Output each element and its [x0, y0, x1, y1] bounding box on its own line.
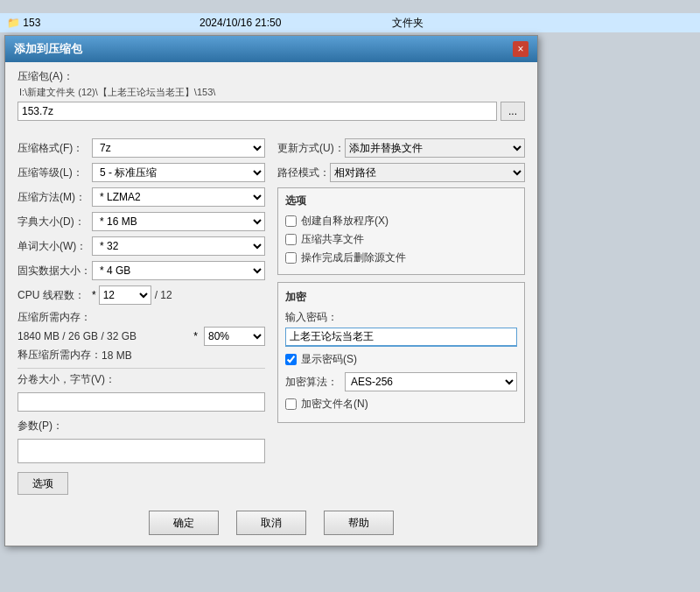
sfx-label[interactable]: 创建自释放程序(X): [301, 214, 388, 229]
split-input-row: [18, 392, 265, 412]
mem-label: 压缩所需内存：: [18, 310, 265, 325]
show-password-row: 显示密码(S): [285, 352, 517, 367]
word-label: 单词大小(W)：: [18, 239, 92, 254]
dict-label: 字典大小(D)：: [18, 215, 92, 229]
path-row: 路径模式： 相对路径 完整路径 无路径: [277, 163, 525, 182]
checkbox2-row: 压缩共享文件: [285, 232, 517, 247]
param-input-row: [18, 439, 265, 463]
param-input[interactable]: [18, 439, 265, 463]
algo-select[interactable]: AES-256: [345, 372, 517, 391]
type-col: 文件夹: [392, 16, 480, 31]
date-col: 2024/10/16 21:50: [200, 17, 287, 29]
encrypt-title: 加密: [285, 290, 517, 305]
archive-path: I:\新建文件夹 (12)\【上老王论坛当老王】\153\: [19, 86, 525, 99]
show-password-checkbox[interactable]: [285, 354, 297, 365]
mem-select[interactable]: 80% 50% 60% 90%: [204, 327, 265, 346]
dialog-title-text: 添加到压缩包: [14, 41, 82, 57]
param-row: 参数(P)：: [18, 417, 265, 433]
format-select[interactable]: 7z zip tar: [92, 138, 265, 158]
browse-button[interactable]: ...: [500, 102, 525, 121]
file-manager-row: 📁 153 2024/10/16 21:50 文件夹: [0, 13, 700, 32]
cpu-select[interactable]: 12 1 2 4 8: [99, 285, 151, 305]
update-row: 更新方式(U)： 添加并替换文件 添加并更新文件 仅更新已有文件: [277, 138, 525, 158]
dict-row: 字典大小(D)： * 16 MB 1 MB 4 MB 32 MB: [18, 212, 265, 231]
sfx-checkbox[interactable]: [285, 215, 297, 227]
path-select[interactable]: 相对路径 完整路径 无路径: [330, 163, 525, 182]
format-row: 压缩格式(F)： 7z zip tar: [18, 138, 265, 158]
solid-select[interactable]: * 4 GB 非固实 1 MB 256 MB: [92, 261, 265, 280]
decomp-row: 释压缩所需内存： 18 MB: [18, 348, 265, 363]
archive-input-row: ...: [18, 102, 525, 121]
algo-row: 加密算法： AES-256: [285, 372, 517, 391]
add-to-archive-dialog: 添加到压缩包 × 压缩包(A)： I:\新建文件夹 (12)\【上老王论坛当老王…: [4, 35, 538, 546]
help-button[interactable]: 帮助: [324, 511, 394, 535]
show-password-label[interactable]: 显示密码(S): [301, 352, 357, 367]
options-group-title: 选项: [285, 194, 517, 208]
cancel-button[interactable]: 取消: [236, 511, 306, 535]
cpu-row: CPU 线程数： * 12 1 2 4 8 / 12: [18, 285, 265, 305]
mem-section: 压缩所需内存： 1840 MB / 26 GB / 32 GB * 80% 50…: [18, 310, 265, 346]
encrypt-filename-label[interactable]: 加密文件名(N): [301, 397, 368, 412]
checkbox3-row: 操作完成后删除源文件: [285, 250, 517, 265]
format-label: 压缩格式(F)：: [18, 141, 92, 156]
cpu-label: CPU 线程数：: [18, 288, 92, 303]
decomp-value: 18 MB: [102, 349, 132, 362]
cpu-total: / 12: [155, 289, 172, 301]
shared-files-checkbox[interactable]: [285, 234, 297, 245]
level-label: 压缩等级(L)：: [18, 166, 92, 180]
password-input[interactable]: [285, 328, 517, 347]
param-label: 参数(P)：: [18, 417, 70, 433]
password-label: 输入密码：: [285, 310, 517, 325]
dict-select[interactable]: * 16 MB 1 MB 4 MB 32 MB: [92, 212, 265, 231]
split-row: 分卷大小，字节(V)：: [18, 372, 265, 387]
method-select[interactable]: * LZMA2 LZMA PPMd: [92, 187, 265, 207]
path-label: 路径模式：: [277, 166, 330, 180]
dialog-titlebar: 添加到压缩包 ×: [5, 36, 537, 62]
archive-name-input[interactable]: [18, 102, 497, 121]
decomp-label: 释压缩所需内存：: [18, 348, 102, 363]
mem-info: 1840 MB / 26 GB / 32 GB: [18, 330, 193, 342]
mem-row: 1840 MB / 26 GB / 32 GB * 80% 50% 60% 90…: [18, 327, 265, 346]
word-select[interactable]: * 32 8 16 64: [92, 236, 265, 256]
archive-section: 压缩包(A)： I:\新建文件夹 (12)\【上老王论坛当老王】\153\ ..…: [5, 62, 537, 121]
method-row: 压缩方法(M)： * LZMA2 LZMA PPMd: [18, 187, 265, 207]
archive-label: 压缩包(A)：: [18, 69, 525, 84]
update-select[interactable]: 添加并替换文件 添加并更新文件 仅更新已有文件: [345, 138, 525, 158]
options-button[interactable]: 选项: [18, 472, 68, 495]
folder-icon: 📁 153: [7, 17, 94, 29]
word-row: 单词大小(W)： * 32 8 16 64: [18, 236, 265, 256]
level-row: 压缩等级(L)： 5 - 标准压缩 存储 最快压缩 最大压缩: [18, 163, 265, 182]
encrypt-section: 加密 输入密码： 显示密码(S) 加密算法： AES-256 加密文件名(N): [277, 282, 525, 423]
encrypt-filename-checkbox[interactable]: [285, 398, 297, 410]
dialog-footer: 确定 取消 帮助: [5, 504, 537, 546]
checkbox1-row: 创建自释放程序(X): [285, 214, 517, 229]
method-label: 压缩方法(M)：: [18, 190, 92, 205]
shared-files-label[interactable]: 压缩共享文件: [301, 232, 364, 247]
delete-after-label[interactable]: 操作完成后删除源文件: [301, 250, 406, 265]
split-input[interactable]: [18, 392, 265, 412]
delete-after-checkbox[interactable]: [285, 252, 297, 264]
left-panel: 压缩格式(F)： 7z zip tar 压缩等级(L)： 5 - 标准压缩 存储…: [18, 138, 265, 495]
update-label: 更新方式(U)：: [277, 141, 345, 156]
solid-label: 固实数据大小：: [18, 264, 92, 278]
algo-label: 加密算法：: [285, 375, 338, 390]
right-panel: 更新方式(U)： 添加并替换文件 添加并更新文件 仅更新已有文件 路径模式： 相…: [277, 138, 525, 495]
solid-row: 固实数据大小： * 4 GB 非固实 1 MB 256 MB: [18, 261, 265, 280]
split-label: 分卷大小，字节(V)：: [18, 372, 122, 387]
encrypt-filename-row: 加密文件名(N): [285, 397, 517, 412]
level-select[interactable]: 5 - 标准压缩 存储 最快压缩 最大压缩: [92, 163, 265, 182]
options-group: 选项 创建自释放程序(X) 压缩共享文件 操作完成后删除源文件: [277, 187, 525, 275]
confirm-button[interactable]: 确定: [149, 511, 219, 535]
dialog-body: 压缩格式(F)： 7z zip tar 压缩等级(L)： 5 - 标准压缩 存储…: [5, 130, 537, 504]
close-button[interactable]: ×: [513, 41, 528, 57]
